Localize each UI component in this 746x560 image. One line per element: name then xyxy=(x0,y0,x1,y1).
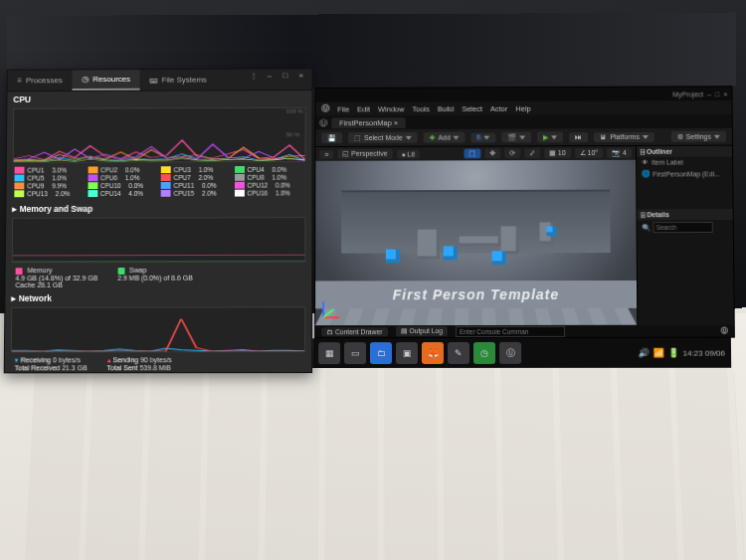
sequence-button[interactable]: 🎬 xyxy=(502,131,532,142)
skip-button[interactable]: ⏭ xyxy=(569,132,588,142)
platforms-icon: 🖥 xyxy=(600,133,607,140)
taskbar-firefox-button[interactable]: 🦊 xyxy=(422,342,444,364)
search-icon: 🔍 xyxy=(643,224,651,232)
details-panel-header[interactable]: ⍗ Details xyxy=(637,209,732,220)
ue-tab-close-icon[interactable]: × xyxy=(394,118,398,127)
ue-viewport[interactable]: First Person Template xyxy=(315,160,637,325)
ue-minimize-icon[interactable]: – xyxy=(707,91,711,97)
system-monitor-window: ≡ Processes ◷ Resources 🖴 File Systems ⋮… xyxy=(4,68,313,373)
gear-icon: ⚙ xyxy=(677,132,683,140)
unreal-editor-window: MyProject – □ × Ⓤ FileEditWindowToolsBui… xyxy=(314,86,735,338)
taskbar-clock[interactable]: 14:23 09/06 xyxy=(682,348,725,357)
ue-menu-actor[interactable]: Actor xyxy=(490,103,507,112)
app-launcher-button[interactable]: ▦ xyxy=(318,342,340,364)
ue-menu-edit[interactable]: Edit xyxy=(357,104,370,113)
ue-menu-window[interactable]: Window xyxy=(378,104,404,113)
maximize-icon[interactable]: □ xyxy=(279,71,292,88)
add-button[interactable]: ✚ Add xyxy=(424,132,466,143)
network-chart xyxy=(11,306,305,352)
tab-processes-label: Processes xyxy=(26,76,63,85)
content-drawer-button[interactable]: 🗀 Content Drawer xyxy=(321,327,387,336)
outliner-panel-header[interactable]: ⍈ Outliner xyxy=(637,146,732,157)
cpu-legend-item: CPU6 1.0% xyxy=(88,174,157,181)
tray-wifi-icon[interactable]: 📶 xyxy=(653,348,663,358)
play-icon: ▶ xyxy=(543,133,548,141)
cpu-legend-item: CPU13 2.0% xyxy=(14,190,84,197)
ue-menu-build[interactable]: Build xyxy=(438,104,455,113)
tab-filesystems[interactable]: 🖴 File Systems xyxy=(140,70,217,91)
snap-grid-button[interactable]: ▦ 10 xyxy=(544,148,571,158)
recv-readout: ▾ Receiving 0 bytes/s Total Received 21.… xyxy=(15,356,88,371)
tab-processes[interactable]: ≡ Processes xyxy=(8,70,73,91)
ue-maximize-icon[interactable]: □ xyxy=(715,91,719,97)
play-button[interactable]: ▶ xyxy=(537,131,563,142)
cpu-legend-item: CPU10 0.0% xyxy=(88,182,157,189)
tab-resources-label: Resources xyxy=(93,75,130,84)
cpu-legend-item: CPU14 4.0% xyxy=(88,190,157,197)
camera-speed-button[interactable]: 📷 4 xyxy=(607,148,632,158)
taskbar-unreal-button[interactable]: Ⓤ xyxy=(499,342,521,364)
transform-rotate-button[interactable]: ⟳ xyxy=(504,148,520,158)
window-menu-icon[interactable]: ⋮ xyxy=(247,72,261,89)
cpu-y-100: 100 % xyxy=(286,108,303,114)
minimize-icon[interactable]: – xyxy=(263,72,277,89)
details-search-input[interactable] xyxy=(653,222,713,233)
cpu-legend-item: CPU4 0.0% xyxy=(235,166,304,173)
cache-value: Cache 28.1 GB xyxy=(15,281,62,288)
taskbar-files-button[interactable]: 🗀 xyxy=(370,342,392,364)
select-mode-button[interactable]: ⬚ Select Mode xyxy=(348,132,417,143)
perspective-icon: ◱ xyxy=(342,150,349,157)
taskbar-monitor-button[interactable]: ◷ xyxy=(473,342,495,364)
cpu-section-title: CPU xyxy=(7,91,311,106)
ue-menu-file[interactable]: File xyxy=(337,104,349,113)
taskbar-terminal-button[interactable]: ▣ xyxy=(396,342,418,364)
ue-logo-small-icon: Ⓤ xyxy=(319,117,327,128)
memory-label: Memory xyxy=(27,267,52,274)
memory-readout: Memory 4.9 GB (14.8%) of 32.9 GB Cache 2… xyxy=(15,267,97,288)
transform-scale-button[interactable]: ⤢ xyxy=(524,148,540,158)
viewmode-button[interactable]: ● Lit xyxy=(396,149,419,158)
blueprint-button[interactable]: ⎘ xyxy=(471,132,496,142)
cpu-legend: CPU1 3.0%CPU2 0.0%CPU3 1.0%CPU4 0.0%CPU5… xyxy=(6,164,311,201)
ue-close-icon[interactable]: × xyxy=(723,91,727,97)
ue-logo-icon: Ⓤ xyxy=(321,104,329,114)
output-log-button[interactable]: ▤ Output Log xyxy=(395,326,448,336)
cpu-legend-item: CPU2 0.0% xyxy=(88,166,157,173)
ue-menu-select[interactable]: Select xyxy=(462,104,482,113)
swap-label: Swap xyxy=(129,267,146,274)
filesystems-icon: 🖴 xyxy=(150,76,158,85)
platforms-button[interactable]: 🖥 Platforms xyxy=(594,132,654,142)
cpu-legend-item: CPU8 1.0% xyxy=(235,174,304,181)
cpu-legend-item: CPU1 3.0% xyxy=(15,167,85,174)
tray-battery-icon[interactable]: 🔋 xyxy=(667,348,678,358)
outliner-world-row[interactable]: 🌐 FirstPersonMap (Edi... xyxy=(637,167,732,179)
tab-resources[interactable]: ◷ Resources xyxy=(73,70,140,91)
select-mode-icon: ⬚ xyxy=(354,134,361,142)
viewport-options-button[interactable]: ≡ xyxy=(319,149,333,158)
close-icon[interactable]: × xyxy=(294,71,308,88)
cpu-legend-item: CPU5 1.0% xyxy=(15,174,85,181)
show-desktop-button[interactable]: ▭ xyxy=(344,342,366,364)
cpu-legend-item: CPU3 1.0% xyxy=(161,166,231,173)
world-icon: 🌐 xyxy=(642,170,650,178)
console-input[interactable] xyxy=(456,325,565,336)
drawer-icon: 🗀 xyxy=(326,328,333,335)
sysmon-tabbar: ≡ Processes ◷ Resources 🖴 File Systems ⋮… xyxy=(8,69,312,92)
cpu-legend-item: CPU16 1.0% xyxy=(234,189,303,196)
perspective-button[interactable]: ◱ Perspective xyxy=(337,149,392,159)
memory-chart xyxy=(12,217,306,263)
cpu-legend-item: CPU9 9.9% xyxy=(14,182,84,189)
ue-menu-help[interactable]: Help xyxy=(515,103,530,112)
transform-select-button[interactable]: ⬚ xyxy=(464,148,480,158)
tray-volume-icon[interactable]: 🔊 xyxy=(638,348,649,358)
cpu-legend-item: CPU15 2.0% xyxy=(161,190,231,197)
cpu-legend-item: CPU11 0.0% xyxy=(161,182,231,189)
taskbar-editor-button[interactable]: ✎ xyxy=(448,342,469,364)
ue-document-tab[interactable]: FirstPersonMap × xyxy=(331,117,406,128)
settings-button[interactable]: ⚙ Settings xyxy=(671,131,726,142)
snap-angle-button[interactable]: ∠ 10° xyxy=(575,148,604,158)
save-button[interactable]: 💾 xyxy=(321,132,342,143)
tab-filesystems-label: File Systems xyxy=(162,76,207,85)
transform-move-button[interactable]: ✥ xyxy=(484,148,500,158)
ue-menu-tools[interactable]: Tools xyxy=(412,104,429,113)
